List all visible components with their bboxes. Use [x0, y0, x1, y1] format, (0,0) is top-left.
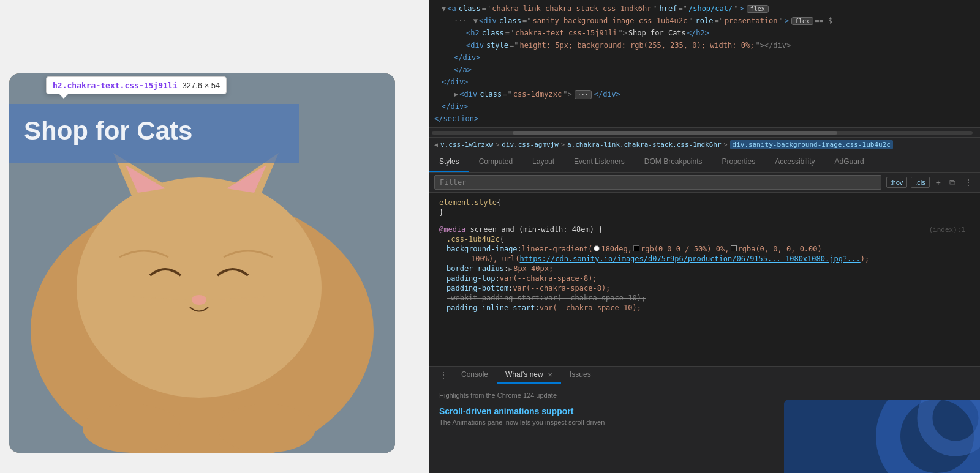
color-square-black[interactable]	[633, 245, 639, 251]
copy-style-button[interactable]: ⧉	[947, 176, 958, 189]
line-number: (index):1	[929, 226, 965, 234]
tooltip-arrow	[59, 94, 69, 99]
bottom-content: Highlights from the Chrome 124 update Sc…	[429, 384, 980, 473]
svg-point-12	[83, 404, 181, 453]
svg-point-13	[217, 404, 315, 453]
shop-banner-text: Shop for Cats	[24, 116, 284, 146]
tree-line-a[interactable]: ▼ <a class="chakra-link chakra-stack css…	[429, 2, 980, 15]
svg-point-2	[77, 177, 322, 398]
tab-computed[interactable]: Computed	[469, 152, 522, 172]
tab-properties[interactable]: Properties	[712, 152, 766, 172]
hov-button[interactable]: :hov	[886, 177, 908, 188]
breadcrumb-item-div[interactable]: div.css-agmvjw	[502, 141, 559, 149]
bottom-tabs: ⋮ Console What's new ✕ Issues	[429, 367, 980, 384]
highlights-text: Highlights from the Chrome 124 update	[439, 392, 970, 399]
tab-dom-breakpoints[interactable]: DOM Breakpoints	[635, 152, 712, 172]
tree-line-close-div2[interactable]: </div>	[429, 76, 980, 88]
element-tooltip: h2.chakra-text.css-15j91li 327.6 × 54	[46, 76, 227, 94]
cat-image-container: Shop for Cats	[9, 73, 395, 453]
color-circle[interactable]	[594, 245, 600, 251]
css-styles-area[interactable]: element.style { } @media screen and (min…	[429, 193, 980, 366]
breadcrumb-item-div-active[interactable]: div.sanity-background-image.css-1ub4u2c	[730, 140, 893, 149]
tree-line-close-div3[interactable]: </div>	[429, 100, 980, 113]
bg-url-link[interactable]: https://cdn.sanity.io/images/d075r9p6/pr…	[519, 255, 860, 263]
css-prop-bg-image: background-image : linear-gradient( 180d…	[434, 244, 975, 254]
tree-line-div-ellipsis[interactable]: ▶ <div class="css-1dmyzxc"> ··· </div>	[429, 88, 980, 100]
tooltip-selector: h2.chakra-text.css-15j91li	[53, 81, 178, 90]
element-style-block: element.style { }	[429, 195, 980, 220]
css-prop-padding-bottom: padding-bottom : var(--chakra-space-8);	[434, 283, 975, 293]
css-prop-webkit-padding: -webkit-padding-start : var(--chakra-spa…	[434, 293, 975, 303]
tree-line-close-div[interactable]: </div>	[429, 51, 980, 64]
breadcrumb-bar: ◀ v.css-1w1rzxw > div.css-agmvjw > a.cha…	[429, 138, 980, 152]
bottom-panel: ⋮ Console What's new ✕ Issues Highlights…	[429, 366, 980, 473]
tab-accessibility[interactable]: Accessibility	[765, 152, 824, 172]
tree-line-div-bg[interactable]: ··· ▼ <div class="sanity-background-imag…	[429, 15, 980, 27]
tab-console[interactable]: Console	[453, 367, 497, 384]
webpage-preview: Shop for Cats h2.chakra-text.css-15j91li…	[0, 0, 429, 473]
tooltip-size: 327.6 × 54	[183, 81, 221, 90]
tab-issues[interactable]: Issues	[561, 367, 600, 384]
devtools-tabs: Styles Computed Layout Event Listeners D…	[429, 152, 980, 173]
breadcrumb-item-v[interactable]: v.css-1w1rzxw	[440, 141, 493, 149]
svg-point-3	[192, 295, 206, 305]
tab-adguard[interactable]: AdGuard	[825, 152, 874, 172]
devtools-panel: ▼ <a class="chakra-link chakra-stack css…	[429, 0, 980, 473]
update-card-illustration	[784, 400, 980, 473]
css-prop-border-radius: border-radius : ▶ 8px 40px;	[434, 264, 975, 274]
css-prop-bg-image-cont: 100%), url( https://cdn.sanity.io/images…	[434, 254, 975, 264]
cls-button[interactable]: .cls	[911, 177, 930, 188]
tab-styles[interactable]: Styles	[429, 152, 469, 172]
flex-badge-div[interactable]: flex	[791, 17, 813, 25]
filter-input[interactable]	[434, 175, 881, 190]
whats-new-close[interactable]: ✕	[548, 371, 552, 378]
breadcrumb-item-a[interactable]: a.chakra-link.chakra-stack.css-1mdk6hr	[567, 141, 722, 149]
tree-line-close-a[interactable]: </a>	[429, 64, 980, 76]
shop-banner: Shop for Cats	[9, 104, 299, 163]
tab-whats-new[interactable]: What's new ✕	[497, 367, 561, 384]
tab-event-listeners[interactable]: Event Listeners	[564, 152, 635, 172]
tree-line-close-section[interactable]: </section>	[429, 113, 980, 125]
update-card	[784, 400, 980, 473]
tab-layout[interactable]: Layout	[522, 152, 564, 172]
tree-line-h2[interactable]: <h2 class="chakra-text css-15j91li"> Sho…	[429, 27, 980, 39]
css-selector-line: .css-1ub4u2c {	[434, 234, 975, 244]
bottom-tab-menu[interactable]: ⋮	[434, 367, 453, 384]
more-button[interactable]: ⋮	[962, 176, 975, 188]
css-prop-padding-inline: padding-inline-start : var(--chakra-spac…	[434, 303, 975, 313]
html-tree[interactable]: ▼ <a class="chakra-link chakra-stack css…	[429, 0, 980, 128]
color-square-transparent[interactable]	[731, 245, 737, 251]
flex-badge-a[interactable]: flex	[747, 5, 769, 13]
tree-line-div-style[interactable]: <div style="height: 5px; background: rgb…	[429, 39, 980, 51]
dots-menu[interactable]: ···	[454, 17, 467, 25]
border-radius-triangle[interactable]: ▶	[508, 266, 513, 270]
ellipsis-badge[interactable]: ···	[575, 90, 592, 99]
media-query-block: @media screen and (min-width: 48em) { (i…	[429, 222, 980, 315]
breadcrumb-left-arrow[interactable]: ◀	[434, 141, 438, 148]
tree-scrollbar[interactable]	[429, 128, 980, 138]
filter-bar: :hov .cls + ⧉ ⋮	[429, 173, 980, 193]
add-style-button[interactable]: +	[933, 176, 943, 188]
css-prop-padding-top: padding-top : var(--chakra-space-8);	[434, 274, 975, 283]
filter-controls: :hov .cls + ⧉ ⋮	[886, 176, 975, 189]
